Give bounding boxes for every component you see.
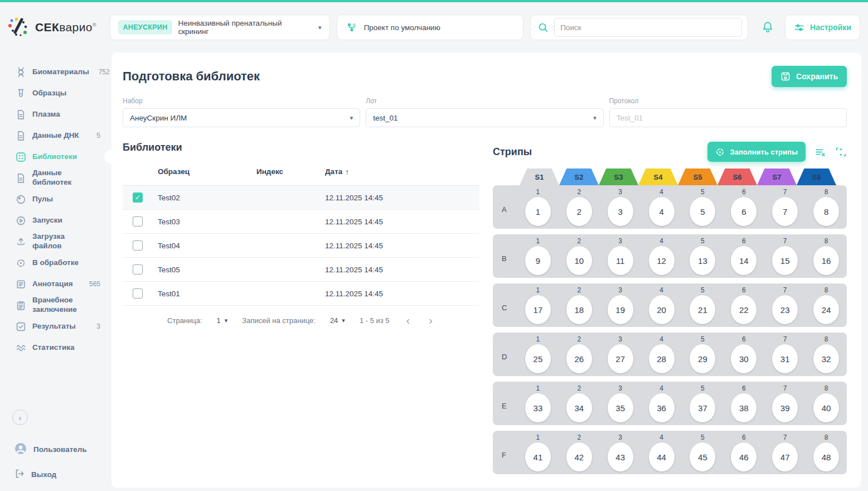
- well-f6[interactable]: 46: [731, 442, 757, 471]
- well-a2[interactable]: 2: [566, 197, 592, 226]
- strip-tab-s3[interactable]: S3: [599, 169, 638, 185]
- page-select[interactable]: 1 ▾: [217, 316, 228, 325]
- sidebar-item-medical-report[interactable]: Врачебное заключение: [0, 295, 111, 316]
- well-e6[interactable]: 38: [731, 393, 757, 422]
- sidebar-item-statistics[interactable]: Статистика: [0, 337, 111, 358]
- well-d3[interactable]: 27: [608, 344, 633, 373]
- well-e2[interactable]: 34: [566, 393, 592, 422]
- strip-tab-s5[interactable]: S5: [678, 169, 717, 185]
- table-row[interactable]: ✓ Test02 12.11.2025 14:45: [123, 186, 479, 210]
- protocol-input[interactable]: Test_01: [609, 108, 847, 127]
- table-row[interactable]: Test03 12.11.2025 14:45: [123, 210, 479, 234]
- sidebar-item-file-upload[interactable]: Загрузка файлов: [0, 231, 111, 252]
- well-f3[interactable]: 43: [608, 442, 633, 471]
- well-a3[interactable]: 3: [608, 197, 633, 226]
- well-c5[interactable]: 21: [690, 295, 715, 324]
- sidebar-item-annotation[interactable]: Аннотация 565: [0, 273, 111, 295]
- row-checkbox[interactable]: ✓: [133, 192, 143, 203]
- swap-order-icon[interactable]: [835, 146, 847, 158]
- sidebar-item-library-data[interactable]: Данные библиотек: [0, 167, 111, 189]
- well-d7[interactable]: 31: [772, 344, 798, 373]
- well-b2[interactable]: 10: [566, 246, 592, 275]
- next-page-button[interactable]: ›: [426, 315, 435, 326]
- sidebar-user[interactable]: Пользователь: [0, 436, 111, 463]
- row-checkbox[interactable]: [133, 240, 143, 251]
- clear-list-icon[interactable]: [814, 146, 826, 158]
- sidebar-item-plasma[interactable]: Плазма: [0, 104, 111, 125]
- well-b7[interactable]: 15: [772, 246, 798, 275]
- row-checkbox[interactable]: [133, 216, 143, 227]
- well-a7[interactable]: 7: [772, 197, 798, 226]
- well-c3[interactable]: 19: [608, 295, 633, 324]
- well-e4[interactable]: 36: [649, 393, 675, 422]
- sidebar-item-libraries[interactable]: Библиотеки: [0, 146, 111, 167]
- sidebar-item-processing[interactable]: В обработке: [0, 252, 111, 273]
- well-c2[interactable]: 18: [566, 295, 592, 324]
- well-b1[interactable]: 9: [525, 246, 551, 275]
- well-d6[interactable]: 30: [731, 344, 757, 373]
- kit-select[interactable]: АнеуСкрин ИЛМ ▾: [123, 108, 360, 127]
- well-c8[interactable]: 24: [813, 295, 839, 324]
- well-f7[interactable]: 47: [772, 442, 798, 471]
- well-c7[interactable]: 23: [772, 295, 798, 324]
- program-select[interactable]: АНЕУСКРИН Неинвазивный пренатальный скри…: [110, 15, 330, 40]
- well-f1[interactable]: 41: [525, 442, 551, 471]
- well-e3[interactable]: 35: [608, 393, 633, 422]
- well-a8[interactable]: 8: [813, 197, 839, 226]
- well-d2[interactable]: 26: [566, 344, 592, 373]
- sidebar-logout[interactable]: Выход: [0, 463, 111, 487]
- well-e7[interactable]: 39: [772, 393, 798, 422]
- lot-select[interactable]: test_01 ▾: [366, 108, 603, 127]
- sidebar-item-pools[interactable]: Пулы: [0, 189, 111, 210]
- notifications-button[interactable]: [757, 20, 778, 35]
- project-select[interactable]: Проект по умолчанию: [337, 15, 524, 40]
- well-e5[interactable]: 37: [690, 393, 715, 422]
- well-b6[interactable]: 14: [731, 246, 757, 275]
- well-b3[interactable]: 11: [608, 246, 633, 275]
- well-e8[interactable]: 40: [813, 393, 839, 422]
- well-d4[interactable]: 28: [649, 344, 675, 373]
- well-d5[interactable]: 29: [690, 344, 715, 373]
- sidebar-item-samples[interactable]: Образцы: [0, 83, 111, 104]
- well-d1[interactable]: 25: [525, 344, 551, 373]
- strip-tab-s4[interactable]: S4: [638, 169, 678, 185]
- well-a5[interactable]: 5: [690, 197, 715, 226]
- strip-tab-s6[interactable]: S6: [717, 169, 757, 185]
- well-c4[interactable]: 20: [649, 295, 675, 324]
- sidebar-item-results[interactable]: Результаты 3: [0, 316, 111, 337]
- sidebar-item-runs[interactable]: Запуски: [0, 210, 111, 231]
- settings-button[interactable]: Настройки: [785, 15, 860, 40]
- well-b8[interactable]: 16: [813, 246, 839, 275]
- column-header-date[interactable]: Дата ↑: [325, 167, 479, 176]
- per-page-select[interactable]: 24 ▾: [330, 316, 345, 325]
- table-row[interactable]: Test01 12.11.2025 14:45: [123, 282, 479, 306]
- well-f5[interactable]: 45: [690, 442, 715, 471]
- table-row[interactable]: Test05 12.11.2025 14:45: [123, 258, 479, 282]
- well-a4[interactable]: 4: [649, 197, 675, 226]
- table-row[interactable]: Test04 12.11.2025 14:45: [123, 234, 479, 258]
- well-d8[interactable]: 32: [813, 344, 839, 373]
- strip-tab-s8[interactable]: S8: [797, 169, 836, 185]
- prev-page-button[interactable]: ‹: [404, 315, 413, 326]
- well-c1[interactable]: 17: [525, 295, 551, 324]
- search-input[interactable]: [554, 18, 742, 37]
- fill-strips-button[interactable]: Заполнить стрипы: [707, 142, 806, 162]
- sidebar-collapse-button[interactable]: ‹: [12, 410, 28, 425]
- sidebar-item-biomaterials[interactable]: Биоматериалы 752: [0, 61, 111, 83]
- strip-tab-s7[interactable]: S7: [757, 169, 797, 185]
- well-f8[interactable]: 48: [813, 442, 839, 471]
- strip-tab-s1[interactable]: S1: [520, 169, 559, 185]
- well-e1[interactable]: 33: [525, 393, 551, 422]
- row-checkbox[interactable]: [133, 288, 143, 299]
- well-a1[interactable]: 1: [525, 197, 551, 226]
- well-f4[interactable]: 44: [649, 442, 675, 471]
- well-a6[interactable]: 6: [731, 197, 757, 226]
- well-f2[interactable]: 42: [566, 442, 592, 471]
- strip-tab-s2[interactable]: S2: [559, 169, 599, 185]
- well-c6[interactable]: 22: [731, 295, 757, 324]
- sidebar-item-dna-data[interactable]: Данные ДНК 5: [0, 125, 111, 146]
- row-checkbox[interactable]: [133, 264, 143, 275]
- well-b5[interactable]: 13: [690, 246, 715, 275]
- well-b4[interactable]: 12: [649, 246, 675, 275]
- save-button[interactable]: Сохранить: [772, 66, 847, 87]
